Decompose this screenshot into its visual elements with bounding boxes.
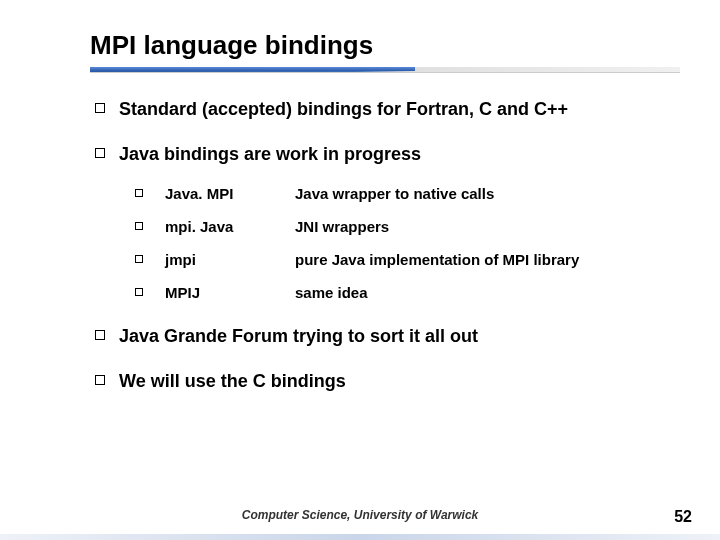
list-item: Java bindings are work in progress [95, 143, 670, 166]
sub-list: Java. MPI Java wrapper to native calls m… [135, 185, 670, 301]
sub-item-desc: same idea [295, 284, 368, 301]
sub-item-name: MPIJ [165, 284, 295, 301]
bullet-text: Java Grande Forum trying to sort it all … [119, 325, 478, 348]
footer-text: Computer Science, University of Warwick [0, 508, 720, 522]
sub-item-name: mpi. Java [165, 218, 295, 235]
list-item: MPIJ same idea [135, 284, 670, 301]
bullet-icon [95, 330, 105, 340]
bullet-icon [135, 288, 143, 296]
list-item: mpi. Java JNI wrappers [135, 218, 670, 235]
title-divider [90, 67, 680, 73]
bullet-icon [95, 103, 105, 113]
bullet-icon [95, 148, 105, 158]
list-item: We will use the C bindings [95, 370, 670, 393]
bullet-icon [95, 375, 105, 385]
bullet-text: Standard (accepted) bindings for Fortran… [119, 98, 568, 121]
sub-item-name: Java. MPI [165, 185, 295, 202]
page-title: MPI language bindings [90, 30, 680, 61]
bullet-icon [135, 189, 143, 197]
bottom-decoration [0, 534, 720, 540]
sub-item-desc: Java wrapper to native calls [295, 185, 494, 202]
list-item: jmpi pure Java implementation of MPI lib… [135, 251, 670, 268]
slide: MPI language bindings Standard (accepted… [0, 0, 720, 540]
list-item: Java Grande Forum trying to sort it all … [95, 325, 670, 348]
sub-item-desc: pure Java implementation of MPI library [295, 251, 579, 268]
list-item: Java. MPI Java wrapper to native calls [135, 185, 670, 202]
content-area: Standard (accepted) bindings for Fortran… [95, 98, 670, 394]
bullet-icon [135, 222, 143, 230]
list-item: Standard (accepted) bindings for Fortran… [95, 98, 670, 121]
sub-item-name: jmpi [165, 251, 295, 268]
page-number: 52 [674, 508, 692, 526]
bullet-text: We will use the C bindings [119, 370, 346, 393]
bullet-icon [135, 255, 143, 263]
bullet-text: Java bindings are work in progress [119, 143, 421, 166]
sub-item-desc: JNI wrappers [295, 218, 389, 235]
